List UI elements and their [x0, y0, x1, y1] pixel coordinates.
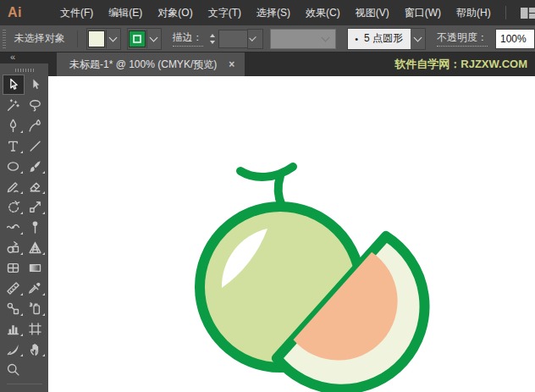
shaper-tool[interactable] — [3, 176, 25, 196]
stroke-weight-stepper[interactable] — [210, 34, 215, 44]
brush-definition-control: • 5 点圆形 — [347, 28, 426, 50]
perspective-grid-tool[interactable] — [25, 237, 47, 257]
document-tab-title: 未标题-1* @ 100% (CMYK/预览) — [69, 58, 217, 72]
type-tool[interactable] — [3, 135, 25, 156]
line-segment-tool[interactable] — [25, 135, 47, 156]
brush-definition-field[interactable]: • 5 点圆形 — [348, 29, 411, 49]
panel-grip[interactable] — [3, 30, 6, 48]
shape-builder-tool[interactable] — [3, 237, 25, 257]
menu-item-file[interactable]: 文件(F) — [52, 6, 101, 20]
blend-tool[interactable] — [3, 298, 25, 318]
stroke-weight-label[interactable]: 描边： — [173, 30, 203, 47]
measure-tool[interactable] — [3, 278, 25, 298]
knife-icon — [6, 342, 20, 356]
shape-builder-icon — [6, 240, 20, 255]
stroke-color-control — [127, 28, 162, 50]
puppet-warp-tool[interactable] — [25, 217, 47, 237]
chevron-down-icon — [414, 34, 422, 42]
eraser-icon — [28, 179, 42, 194]
control-bar: 未选择对象 描边： • 5 点圆形 — [0, 25, 535, 52]
menu-item-effect[interactable]: 效果(C) — [298, 6, 348, 20]
fill-color-control — [86, 28, 121, 50]
width-icon — [6, 220, 20, 235]
direct-selection-tool[interactable] — [25, 75, 47, 95]
tools-panel-body — [0, 63, 48, 392]
tool-divider — [7, 384, 42, 384]
eyedropper-tool[interactable] — [25, 278, 47, 298]
document-tab[interactable]: 未标题-1* @ 100% (CMYK/预览) × — [57, 52, 245, 76]
eyedropper-icon — [28, 281, 42, 295]
lasso-icon — [28, 98, 42, 113]
lasso-tool[interactable] — [25, 95, 47, 115]
chevron-down-icon — [109, 34, 118, 42]
workspace-switcher-icon[interactable] — [521, 8, 535, 19]
width-tool[interactable] — [3, 217, 25, 237]
menu-item-type[interactable]: 文字(T) — [201, 6, 249, 20]
fill-dropdown-button[interactable] — [106, 30, 120, 48]
line-icon — [28, 139, 42, 153]
selection-status: 未选择对象 — [14, 31, 65, 46]
melon-artwork[interactable] — [48, 76, 535, 392]
stroke-swatch[interactable] — [129, 30, 146, 47]
rotate-tool[interactable] — [3, 196, 25, 217]
ruler-icon — [6, 281, 20, 295]
column-graph-tool[interactable] — [3, 318, 25, 339]
mesh-icon — [6, 261, 20, 275]
step-down-icon — [210, 41, 215, 44]
perspective-grid-icon — [28, 240, 42, 255]
pin-icon — [28, 220, 42, 235]
paintbrush-tool[interactable] — [25, 156, 47, 176]
mesh-tool[interactable] — [3, 257, 25, 278]
menu-item-select[interactable]: 选择(S) — [249, 6, 298, 20]
opacity-label[interactable]: 不透明度： — [437, 30, 488, 47]
gradient-icon — [28, 261, 42, 275]
stroke-weight-dropdown-button[interactable] — [247, 29, 263, 49]
type-icon — [6, 139, 20, 153]
fill-swatch[interactable] — [88, 30, 105, 47]
stroke-dropdown-button[interactable] — [146, 30, 161, 48]
menu-item-object[interactable]: 对象(O) — [150, 6, 200, 20]
close-icon[interactable]: × — [229, 58, 234, 70]
stroke-weight-input[interactable] — [218, 30, 248, 48]
ellipse-tool[interactable] — [3, 156, 25, 176]
menu-item-help[interactable]: 帮助(H) — [449, 6, 499, 20]
magic-wand-tool[interactable] — [3, 95, 25, 115]
menu-item-edit[interactable]: 编辑(E) — [101, 6, 150, 20]
selection-arrow-icon — [6, 78, 20, 92]
rotate-icon — [6, 200, 20, 214]
scale-icon — [28, 200, 42, 214]
artboard-canvas[interactable] — [48, 76, 535, 392]
opacity-input[interactable]: 100% — [495, 29, 535, 49]
panel-grip[interactable] — [15, 69, 34, 72]
hand-tool[interactable] — [25, 339, 47, 359]
watermark-text: 软件自学网：RJZXW.COM — [394, 57, 535, 72]
curvature-tool[interactable] — [25, 115, 47, 135]
brush-dropdown-button[interactable] — [411, 29, 425, 49]
step-up-icon — [210, 34, 215, 37]
menu-bar: Ai 文件(F) 编辑(E) 对象(O) 文字(T) 选择(S) 效果(C) 视… — [0, 0, 535, 25]
brush-name: 5 点圆形 — [364, 31, 403, 46]
chevron-down-icon — [150, 34, 158, 42]
artboard-icon — [28, 322, 42, 336]
chevron-down-icon — [322, 33, 330, 41]
magnifier-icon — [6, 362, 20, 377]
app-logo: Ai — [8, 5, 22, 20]
scale-tool[interactable] — [25, 196, 47, 217]
brush-bullet-icon: • — [355, 34, 358, 44]
pen-tool[interactable] — [3, 115, 25, 135]
collapse-panel-button[interactable]: « — [0, 52, 48, 63]
tools-panel: « — [0, 52, 48, 392]
selection-tool[interactable] — [3, 75, 25, 95]
eraser-tool[interactable] — [25, 176, 47, 196]
zoom-tool[interactable] — [3, 359, 25, 379]
variable-width-profile-select[interactable] — [270, 29, 336, 49]
direct-selection-arrow-icon — [28, 78, 42, 92]
ellipse-icon — [6, 159, 20, 174]
menu-item-window[interactable]: 窗口(W) — [397, 6, 449, 20]
symbol-sprayer-tool[interactable] — [25, 298, 47, 318]
magic-wand-icon — [6, 98, 20, 113]
gradient-tool[interactable] — [25, 257, 47, 278]
artboard-tool[interactable] — [25, 318, 47, 339]
menu-item-view[interactable]: 视图(V) — [348, 6, 397, 20]
slice-tool[interactable] — [3, 339, 25, 359]
